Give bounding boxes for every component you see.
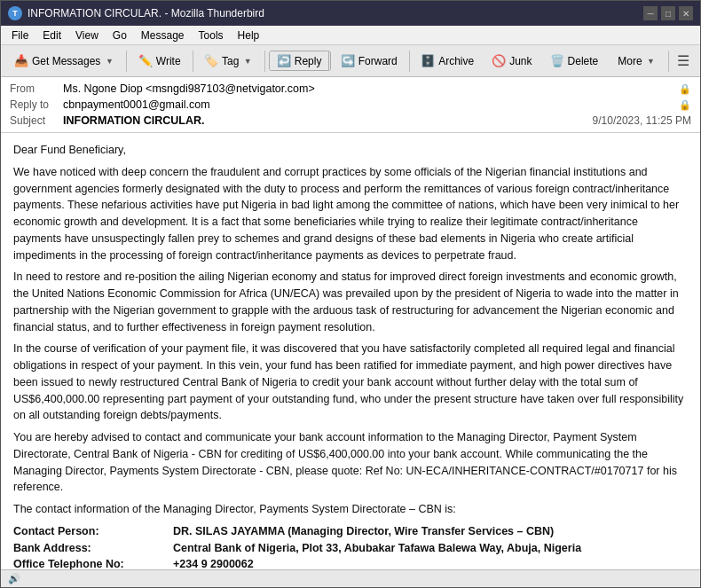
from-value: Ms. Ngone Diop <msngdi987103@netvigator.… bbox=[63, 82, 675, 95]
contact-office-row: Office Telephone No: +234 9 2900062 bbox=[13, 556, 688, 569]
forward-icon: ↪️ bbox=[341, 54, 355, 67]
body-paragraph-5: The contact information of the Managing … bbox=[13, 501, 688, 518]
from-info-icon[interactable]: 🔒 bbox=[679, 83, 691, 95]
reply-button[interactable]: ↩️ Reply bbox=[270, 51, 330, 70]
title-bar: T INFORMATION CIRCULAR. - Mozilla Thunde… bbox=[1, 1, 700, 26]
body-paragraph-1: We have noticed with deep concern the fr… bbox=[13, 164, 688, 264]
toolbar: 📥 Get Messages ▼ ✏️ Write 🏷️ Tag ▼ ↩️ Re… bbox=[1, 45, 700, 77]
status-bar: 🔊 bbox=[1, 569, 700, 587]
email-body: Dear Fund Beneficiary, We have noticed w… bbox=[1, 133, 700, 569]
menu-view[interactable]: View bbox=[68, 27, 106, 43]
minimize-button[interactable]: ─ bbox=[643, 6, 658, 20]
subject-label: Subject bbox=[10, 114, 63, 127]
write-button[interactable]: ✏️ Write bbox=[130, 51, 189, 71]
status-icon: 🔊 bbox=[8, 573, 20, 584]
contact-table: Contact Person: DR. SILAS JAYAMMA (Manag… bbox=[13, 523, 688, 569]
more-dropdown-icon[interactable]: ▼ bbox=[646, 57, 657, 66]
contact-office-label: Office Telephone No: bbox=[13, 556, 173, 569]
write-icon: ✏️ bbox=[138, 54, 153, 67]
reply-to-row: Reply to cbnpayment0001@gmail.com 🔒 bbox=[10, 97, 691, 113]
delete-icon: 🗑️ bbox=[550, 54, 564, 67]
body-greeting: Dear Fund Beneficiary, bbox=[13, 142, 688, 159]
forward-button[interactable]: ↪️ Forward bbox=[333, 51, 406, 71]
body-paragraph-2: In need to restore and re-position the a… bbox=[13, 269, 688, 335]
contact-person-row: Contact Person: DR. SILAS JAYAMMA (Manag… bbox=[13, 523, 688, 540]
archive-button[interactable]: 🗄️ Archive bbox=[413, 51, 482, 71]
menu-edit[interactable]: Edit bbox=[35, 27, 68, 43]
body-paragraph-3: In the course of verification of your pa… bbox=[13, 341, 688, 424]
subject-value: INFORMATION CIRCULAR. bbox=[63, 114, 584, 127]
from-row: From Ms. Ngone Diop <msngdi987103@netvig… bbox=[10, 81, 691, 97]
more-button[interactable]: More ▼ bbox=[610, 51, 664, 71]
write-label: Write bbox=[156, 55, 181, 67]
email-date: 9/10/2023, 11:25 PM bbox=[593, 114, 691, 127]
contact-bank-row: Bank Address: Central Bank of Nigeria, P… bbox=[13, 540, 688, 557]
reply-icon: ↩️ bbox=[277, 54, 291, 67]
junk-button[interactable]: 🚫 Junk bbox=[484, 51, 540, 71]
archive-label: Archive bbox=[438, 55, 474, 67]
app-icon: T bbox=[8, 6, 22, 20]
tag-label: Tag bbox=[222, 55, 239, 67]
close-button[interactable]: ✕ bbox=[679, 6, 693, 20]
subject-row: Subject INFORMATION CIRCULAR. 9/10/2023,… bbox=[10, 113, 691, 129]
contact-person-value: DR. SILAS JAYAMMA (Managing Director, Wi… bbox=[173, 523, 554, 540]
contact-office-value: +234 9 2900062 bbox=[173, 556, 254, 569]
hamburger-menu-button[interactable]: ☰ bbox=[672, 51, 695, 71]
tag-dropdown-icon[interactable]: ▼ bbox=[242, 57, 253, 66]
get-messages-dropdown-icon[interactable]: ▼ bbox=[104, 57, 114, 66]
reply-label: Reply bbox=[295, 55, 322, 67]
main-window: T INFORMATION CIRCULAR. - Mozilla Thunde… bbox=[0, 0, 701, 588]
delete-button[interactable]: 🗑️ Delete bbox=[542, 51, 607, 71]
maximize-button[interactable]: □ bbox=[661, 6, 675, 20]
reply-to-value: cbnpayment0001@gmail.com bbox=[63, 98, 675, 111]
menu-tools[interactable]: Tools bbox=[192, 27, 231, 43]
window-title: INFORMATION CIRCULAR. - Mozilla Thunderb… bbox=[28, 7, 643, 20]
delete-label: Delete bbox=[568, 55, 599, 67]
junk-icon: 🚫 bbox=[492, 54, 506, 67]
menu-help[interactable]: Help bbox=[231, 27, 267, 43]
contact-bank-value: Central Bank of Nigeria, Plot 33, Abubak… bbox=[173, 540, 581, 557]
reply-to-info-icon[interactable]: 🔒 bbox=[679, 99, 691, 111]
get-messages-button[interactable]: 📥 Get Messages ▼ bbox=[6, 51, 122, 71]
tag-icon: 🏷️ bbox=[204, 54, 218, 67]
menu-bar: File Edit View Go Message Tools Help bbox=[1, 26, 700, 45]
body-paragraph-4: You are hereby advised to contact and co… bbox=[13, 429, 688, 496]
tag-button[interactable]: 🏷️ Tag ▼ bbox=[196, 51, 261, 71]
archive-icon: 🗄️ bbox=[421, 54, 435, 67]
reply-button-group: ↩️ Reply ↩️ Reply All ▼ bbox=[269, 51, 331, 71]
menu-file[interactable]: File bbox=[4, 27, 35, 43]
reply-to-label: Reply to bbox=[10, 98, 63, 111]
junk-label: Junk bbox=[509, 55, 532, 67]
more-label: More bbox=[618, 55, 642, 67]
email-header: From Ms. Ngone Diop <msngdi987103@netvig… bbox=[1, 77, 700, 133]
forward-label: Forward bbox=[358, 55, 398, 67]
menu-go[interactable]: Go bbox=[106, 27, 134, 43]
from-label: From bbox=[10, 82, 63, 95]
reply-all-button[interactable]: ↩️ Reply All ▼ bbox=[329, 51, 330, 70]
get-messages-icon: 📥 bbox=[14, 54, 28, 67]
window-controls: ─ □ ✕ bbox=[643, 6, 693, 20]
get-messages-label: Get Messages bbox=[32, 55, 100, 67]
contact-bank-label: Bank Address: bbox=[13, 540, 173, 557]
contact-person-label: Contact Person: bbox=[13, 523, 173, 540]
menu-message[interactable]: Message bbox=[134, 27, 192, 43]
